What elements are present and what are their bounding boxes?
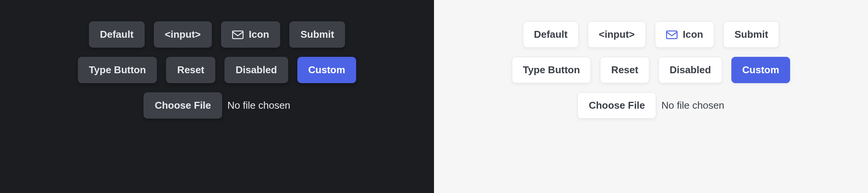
type-button[interactable]: Type Button: [78, 57, 157, 83]
custom-button[interactable]: Custom: [731, 57, 791, 83]
button-row-1: Default <input> Icon Submit: [18, 21, 416, 48]
type-button[interactable]: Type Button: [512, 57, 591, 83]
button-row-2: Type Button Reset Disabled Custom: [452, 57, 850, 83]
submit-button[interactable]: Submit: [723, 21, 779, 48]
icon-button-label: Icon: [249, 29, 269, 40]
choose-file-button[interactable]: Choose File: [578, 92, 656, 119]
reset-button[interactable]: Reset: [166, 57, 215, 83]
file-status-text: No file chosen: [661, 100, 724, 111]
default-button[interactable]: Default: [89, 21, 145, 48]
custom-button[interactable]: Custom: [297, 57, 357, 83]
disabled-button[interactable]: Disabled: [658, 57, 722, 83]
button-row-3: Choose File No file chosen: [18, 92, 416, 119]
input-button[interactable]: <input>: [154, 21, 212, 48]
icon-button[interactable]: Icon: [221, 21, 280, 48]
button-row-1: Default <input> Icon Submit: [452, 21, 850, 48]
button-row-2: Type Button Reset Disabled Custom: [18, 57, 416, 83]
file-picker: Choose File No file chosen: [578, 92, 724, 119]
light-theme-panel: Default <input> Icon Submit Type Button …: [434, 0, 868, 193]
icon-button[interactable]: Icon: [655, 21, 714, 48]
button-row-3: Choose File No file chosen: [452, 92, 850, 119]
submit-button[interactable]: Submit: [289, 21, 345, 48]
choose-file-button[interactable]: Choose File: [144, 92, 222, 119]
file-picker: Choose File No file chosen: [144, 92, 290, 119]
svg-rect-0: [232, 31, 243, 39]
mail-icon: [232, 30, 244, 39]
svg-rect-1: [666, 31, 677, 39]
disabled-button[interactable]: Disabled: [224, 57, 288, 83]
file-status-text: No file chosen: [227, 100, 290, 111]
reset-button[interactable]: Reset: [600, 57, 649, 83]
input-button[interactable]: <input>: [588, 21, 646, 48]
mail-icon: [666, 30, 678, 39]
dark-theme-panel: Default <input> Icon Submit Type Button …: [0, 0, 434, 193]
default-button[interactable]: Default: [523, 21, 579, 48]
icon-button-label: Icon: [683, 29, 703, 40]
